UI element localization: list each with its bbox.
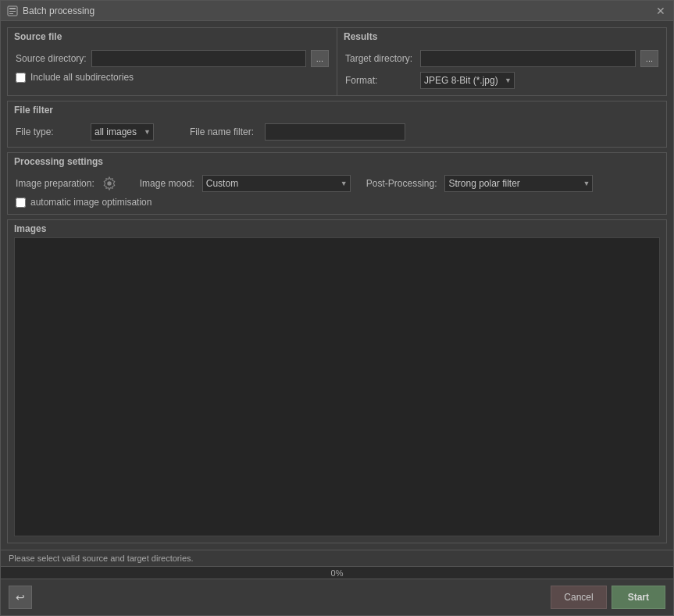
format-select[interactable]: JPEG 8-Bit (*.jpg) PNG (*.png) TIFF (*.t… xyxy=(420,72,515,89)
include-subdirectories-label: Include all subdirectories xyxy=(30,72,134,83)
file-type-select[interactable]: all images JPEG PNG TIFF BMP xyxy=(91,123,154,141)
title-bar: Batch processing ✕ xyxy=(1,1,673,21)
top-sections: Source file Source directory: ... Includ… xyxy=(7,27,667,96)
image-mood-select[interactable]: Custom Auto Landscape Portrait Macro xyxy=(202,175,351,192)
main-content: Source file Source directory: ... Includ… xyxy=(1,21,673,550)
browse-source-button[interactable]: ... xyxy=(311,50,329,67)
source-directory-label: Source directory: xyxy=(16,53,87,64)
progress-bar-section: 0% xyxy=(1,566,673,579)
target-directory-input[interactable] xyxy=(420,50,636,67)
images-area xyxy=(14,237,660,536)
bottom-right: Cancel Start xyxy=(551,586,665,609)
results-title: Results xyxy=(337,28,666,45)
format-row: Format: JPEG 8-Bit (*.jpg) PNG (*.png) T… xyxy=(345,72,658,89)
svg-rect-2 xyxy=(9,11,16,12)
image-preparation-label: Image preparation: xyxy=(16,178,95,189)
post-processing-select[interactable]: Strong polar filter None Soft Medium Str… xyxy=(444,175,593,192)
images-section: Images xyxy=(7,219,667,543)
start-button[interactable]: Start xyxy=(612,586,665,609)
images-title: Images xyxy=(8,220,666,237)
batch-processing-window: Batch processing ✕ Source file Source di… xyxy=(0,0,674,616)
image-mood-select-wrapper: Custom Auto Landscape Portrait Macro xyxy=(202,175,351,192)
cancel-button[interactable]: Cancel xyxy=(551,586,606,609)
bottom-left: ↩ xyxy=(9,586,32,609)
image-preparation-settings-button[interactable] xyxy=(102,176,116,190)
file-filter-row: File type: all images JPEG PNG TIFF BMP … xyxy=(16,123,658,141)
format-select-wrapper: JPEG 8-Bit (*.jpg) PNG (*.png) TIFF (*.t… xyxy=(420,72,515,89)
image-mood-label: Image mood: xyxy=(140,178,194,189)
svg-point-4 xyxy=(107,181,111,185)
processing-settings-section: Processing settings Image preparation: I… xyxy=(7,152,667,215)
window-icon xyxy=(7,5,18,16)
include-subdirectories-checkbox[interactable] xyxy=(16,73,26,83)
svg-rect-1 xyxy=(9,8,16,9)
close-button[interactable]: ✕ xyxy=(654,5,667,17)
status-bar: Please select valid source and target di… xyxy=(1,550,673,566)
target-directory-label: Target directory: xyxy=(345,53,415,64)
gear-icon xyxy=(102,176,116,190)
format-label: Format: xyxy=(345,75,415,86)
source-file-title: Source file xyxy=(8,28,337,45)
source-directory-input[interactable] xyxy=(91,50,306,67)
post-processing-select-wrapper: Strong polar filter None Soft Medium Str… xyxy=(444,175,593,192)
processing-settings-title: Processing settings xyxy=(8,153,666,170)
auto-optimise-row: automatic image optimisation xyxy=(16,197,658,208)
processing-settings-row: Image preparation: Image mood: Custom Au… xyxy=(16,175,658,192)
undo-button[interactable]: ↩ xyxy=(9,586,32,609)
auto-optimise-checkbox[interactable] xyxy=(16,198,26,208)
include-subdirectories-row: Include all subdirectories xyxy=(16,72,329,83)
window-title: Batch processing xyxy=(23,5,95,16)
file-filter-section: File filter File type: all images JPEG P… xyxy=(7,101,667,148)
target-directory-row: Target directory: ... xyxy=(345,50,658,67)
file-filter-title: File filter xyxy=(8,101,666,119)
svg-rect-3 xyxy=(9,13,13,14)
file-name-filter-input[interactable] xyxy=(265,123,405,141)
undo-icon: ↩ xyxy=(16,591,25,604)
status-message: Please select valid source and target di… xyxy=(9,554,194,563)
file-type-select-wrapper: all images JPEG PNG TIFF BMP xyxy=(91,123,154,141)
progress-text: 0% xyxy=(331,568,344,578)
file-type-label: File type: xyxy=(16,126,86,137)
post-processing-label: Post-Processing: xyxy=(366,178,437,189)
browse-target-button[interactable]: ... xyxy=(640,50,658,67)
file-name-filter-label: File name filter: xyxy=(190,126,260,137)
bottom-bar: ↩ Cancel Start xyxy=(1,579,673,615)
results-section: Results Target directory: ... Format: JP… xyxy=(337,27,667,96)
source-file-section: Source file Source directory: ... Includ… xyxy=(7,27,337,96)
auto-optimise-label: automatic image optimisation xyxy=(30,197,152,208)
source-directory-row: Source directory: ... xyxy=(16,50,329,67)
